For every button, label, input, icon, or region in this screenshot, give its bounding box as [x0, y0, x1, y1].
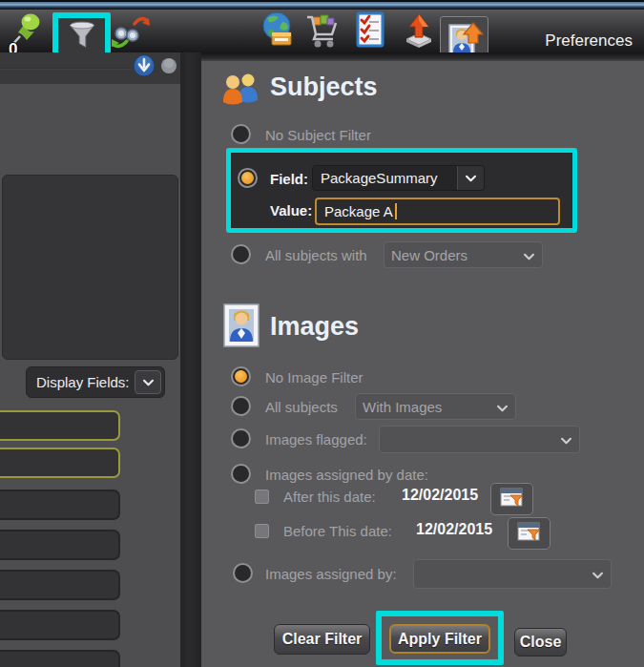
images-assigned-by-dropdown[interactable]	[413, 559, 612, 589]
images-flagged-radio[interactable]	[231, 428, 251, 448]
close-label: Close	[520, 634, 562, 651]
pin-button[interactable]: 0	[4, 11, 50, 52]
display-field-row[interactable]	[0, 570, 120, 600]
filter-button[interactable]	[58, 18, 105, 56]
images-icon	[221, 302, 261, 352]
display-field-row[interactable]	[0, 650, 120, 667]
display-fields-dropdown[interactable]: Display Fields:	[26, 366, 165, 398]
all-subjects-images-label: All subjects	[265, 399, 338, 415]
images-by-date-label: Images assigned by date:	[265, 467, 428, 483]
after-date-checkbox[interactable]	[255, 490, 269, 504]
filter-funnel-icon	[64, 17, 100, 57]
match-binoculars-icon	[110, 11, 152, 55]
sidebar-seam	[0, 68, 131, 70]
images-title: Images	[270, 312, 359, 342]
chevron-down-icon	[523, 247, 535, 263]
images-assigned-by-label: Images assigned by:	[265, 566, 397, 582]
after-date-calendar-button[interactable]	[490, 483, 533, 515]
subject-status-dropdown[interactable]: New Orders	[384, 241, 543, 268]
subjects-title: Subjects	[270, 73, 378, 102]
after-date-value[interactable]: 12/02/2015	[402, 487, 478, 504]
chevron-down-icon	[560, 431, 572, 448]
all-subjects-with-label: All subjects with	[265, 247, 367, 263]
field-list[interactable]	[2, 175, 178, 360]
value-input-text: Package A	[324, 203, 393, 219]
display-field-row[interactable]	[0, 530, 120, 560]
apply-filter-label: Apply Filter	[398, 631, 482, 648]
image-presence-dropdown[interactable]: With Images	[355, 393, 516, 420]
calendar-icon	[515, 520, 544, 547]
display-fields-label: Display Fields:	[27, 374, 135, 390]
chevron-down-icon	[135, 370, 161, 394]
value-label: Value:	[270, 202, 312, 219]
chevron-down-icon	[457, 166, 484, 190]
order-checklist-icon	[355, 10, 385, 52]
before-date-calendar-button[interactable]	[508, 517, 551, 550]
field-dropdown-value: PackageSummary	[313, 170, 457, 186]
all-subjects-images-radio[interactable]	[231, 396, 251, 416]
subject-field-highlight-box: Field: PackageSummary Value: Package A	[226, 148, 577, 233]
cart-button[interactable]	[302, 10, 341, 52]
no-subject-filter-radio[interactable]	[231, 124, 251, 144]
images-assigned-by-radio[interactable]	[233, 563, 253, 583]
images-by-date-radio[interactable]	[231, 464, 251, 484]
apply-filter-highlight-box: Apply Filter	[376, 611, 504, 665]
all-subjects-with-radio[interactable]	[231, 244, 251, 264]
before-date-label: Before This date:	[283, 523, 392, 539]
toolbar: 0	[0, 10, 644, 53]
clear-filter-label: Clear Filter	[282, 631, 363, 648]
field-label: Field:	[270, 171, 308, 187]
images-flagged-dropdown[interactable]	[379, 426, 580, 453]
field-dropdown[interactable]: PackageSummary	[312, 165, 485, 191]
export-icon	[403, 10, 435, 52]
subject-status-value: New Orders	[391, 247, 467, 263]
preferences-label: Preferences	[545, 31, 633, 51]
value-input[interactable]: Package A	[315, 198, 560, 225]
clear-filter-button[interactable]: Clear Filter	[274, 624, 370, 655]
orders-button[interactable]	[354, 10, 386, 52]
before-date-value[interactable]: 12/02/2015	[416, 521, 492, 538]
match-button[interactable]	[108, 12, 154, 53]
subjects-icon	[221, 71, 261, 109]
chevron-down-icon	[592, 566, 604, 582]
no-image-filter-label: No Image Filter	[265, 369, 364, 386]
shopping-cart-icon	[303, 10, 340, 53]
display-field-row[interactable]	[0, 448, 120, 478]
export-button[interactable]	[402, 10, 436, 52]
panel-divider	[180, 52, 201, 667]
close-button[interactable]: Close	[514, 628, 567, 657]
display-field-row[interactable]	[0, 490, 120, 520]
text-caret	[395, 203, 397, 219]
window-edge	[0, 0, 644, 10]
no-subject-filter-label: No Subject Filter	[265, 127, 371, 143]
chevron-down-icon	[496, 399, 509, 415]
web-button[interactable]	[259, 10, 297, 52]
web-globe-icon	[260, 10, 296, 52]
no-image-filter-radio[interactable]	[231, 366, 251, 386]
collapse-panel-button[interactable]	[133, 54, 156, 81]
after-date-label: After this date:	[283, 489, 376, 505]
apply-filter-button[interactable]: Apply Filter	[389, 624, 490, 654]
filter-panel-top-edge	[201, 52, 644, 61]
images-flagged-label: Images flagged:	[265, 431, 367, 448]
display-field-row[interactable]	[0, 410, 120, 441]
field-filter-radio[interactable]	[238, 168, 258, 188]
status-dot-icon	[160, 57, 177, 78]
before-date-checkbox[interactable]	[255, 524, 269, 538]
calendar-icon	[498, 486, 527, 512]
image-presence-value: With Images	[363, 399, 442, 415]
display-field-row[interactable]	[0, 610, 120, 640]
application-window: 0	[0, 0, 644, 667]
